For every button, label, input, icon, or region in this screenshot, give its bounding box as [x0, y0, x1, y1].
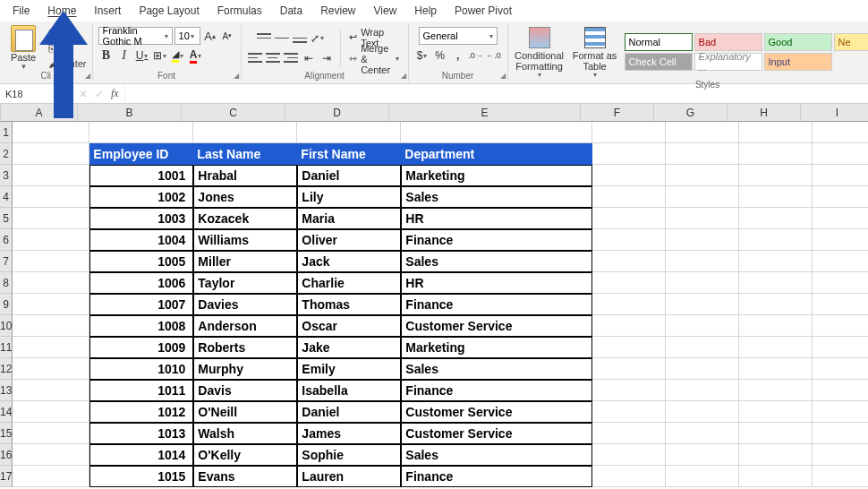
increase-font-button[interactable]: A▴: [202, 28, 217, 44]
cell[interactable]: [592, 423, 666, 444]
cell[interactable]: First Name: [297, 143, 401, 165]
cell[interactable]: Finance: [401, 294, 592, 315]
cell[interactable]: Emily: [297, 358, 401, 380]
cell[interactable]: [739, 401, 813, 423]
row-header[interactable]: 9: [0, 294, 13, 315]
cell[interactable]: [739, 186, 813, 208]
cell[interactable]: Charlie: [297, 272, 401, 294]
cell[interactable]: [739, 272, 813, 294]
cell[interactable]: [666, 466, 739, 487]
cell[interactable]: [592, 380, 666, 401]
dialog-launcher-icon[interactable]: ◢: [234, 72, 239, 80]
cell[interactable]: Evans: [193, 466, 297, 487]
cell[interactable]: 1015: [89, 466, 193, 487]
menu-home[interactable]: Home: [38, 0, 85, 21]
cell[interactable]: Customer Service: [401, 423, 592, 444]
cell[interactable]: Taylor: [193, 272, 297, 294]
cell[interactable]: [813, 143, 868, 165]
cell[interactable]: [813, 423, 868, 444]
cell[interactable]: [666, 423, 739, 444]
cell[interactable]: [592, 466, 666, 487]
row-header[interactable]: 8: [0, 272, 13, 294]
row-header[interactable]: 17: [0, 466, 13, 487]
cell[interactable]: Department: [401, 143, 592, 165]
cell[interactable]: Williams: [193, 229, 297, 251]
cell[interactable]: [13, 466, 89, 487]
cell[interactable]: [739, 315, 813, 337]
cell[interactable]: [592, 229, 666, 251]
font-size-combo[interactable]: 10▾: [174, 27, 200, 45]
row-header[interactable]: 11: [0, 337, 13, 358]
cell[interactable]: [666, 272, 739, 294]
cell[interactable]: [813, 337, 868, 358]
row-header[interactable]: 14: [0, 401, 13, 423]
cell[interactable]: [592, 358, 666, 380]
cell[interactable]: 1010: [89, 358, 193, 380]
cell[interactable]: 1012: [89, 401, 193, 423]
cut-button[interactable]: ✂: [48, 26, 87, 39]
row-header[interactable]: 16: [0, 444, 13, 466]
cell-area[interactable]: Employee IDLast NameFirst NameDepartment…: [13, 122, 868, 487]
cell[interactable]: [813, 380, 868, 401]
number-format-combo[interactable]: General▾: [419, 27, 498, 45]
cell[interactable]: [739, 122, 813, 143]
cell[interactable]: [13, 358, 89, 380]
cell[interactable]: [193, 122, 297, 143]
cell[interactable]: 1003: [89, 208, 193, 229]
row-header[interactable]: 5: [0, 208, 13, 229]
cell[interactable]: [592, 315, 666, 337]
cell[interactable]: Daniel: [297, 165, 401, 186]
cell[interactable]: [739, 466, 813, 487]
cell[interactable]: Customer Service: [401, 401, 592, 423]
dialog-launcher-icon[interactable]: ◢: [500, 72, 506, 80]
cell[interactable]: [13, 208, 89, 229]
cell[interactable]: Sales: [401, 186, 592, 208]
cell[interactable]: [813, 122, 868, 143]
cell[interactable]: [592, 294, 666, 315]
cell[interactable]: [739, 208, 813, 229]
cell[interactable]: [813, 401, 868, 423]
column-header[interactable]: E: [389, 104, 581, 121]
font-name-combo[interactable]: Franklin Gothic M▾: [98, 27, 173, 45]
cell[interactable]: [592, 401, 666, 423]
cell[interactable]: [592, 208, 666, 229]
cell[interactable]: HR: [401, 272, 592, 294]
cell-styles-gallery[interactable]: Normal Bad Good Ne Check Cell Explanator…: [625, 33, 868, 71]
italic-button[interactable]: I: [116, 47, 132, 64]
format-painter-button[interactable]: 🖌ainter: [48, 56, 87, 70]
row-header[interactable]: 12: [0, 358, 13, 380]
row-header[interactable]: 13: [0, 380, 13, 401]
column-header[interactable]: I: [801, 104, 868, 121]
cell[interactable]: Oscar: [297, 315, 401, 337]
row-header[interactable]: 4: [0, 186, 13, 208]
menu-insert[interactable]: Insert: [85, 0, 130, 21]
cell[interactable]: Hrabal: [193, 165, 297, 186]
menu-view[interactable]: View: [365, 0, 406, 21]
cell[interactable]: [666, 122, 739, 143]
cell[interactable]: Lauren: [297, 466, 401, 487]
increase-indent-button[interactable]: ⇥: [319, 50, 335, 66]
cell[interactable]: Jones: [193, 186, 297, 208]
cell[interactable]: Sophie: [297, 444, 401, 466]
cell[interactable]: Murphy: [193, 358, 297, 380]
menu-power-pivot[interactable]: Power Pivot: [446, 0, 521, 21]
cell[interactable]: [666, 165, 739, 186]
menu-help[interactable]: Help: [405, 0, 446, 21]
orientation-button[interactable]: ⤢▾: [310, 30, 326, 47]
cell[interactable]: [401, 122, 592, 143]
paste-button[interactable]: Paste ▼: [5, 25, 41, 71]
cell[interactable]: [739, 358, 813, 380]
cell[interactable]: [739, 380, 813, 401]
menu-file[interactable]: File: [4, 0, 38, 21]
cell[interactable]: Maria: [297, 208, 401, 229]
cell[interactable]: 1011: [89, 380, 193, 401]
align-left-button[interactable]: [247, 50, 263, 66]
cell[interactable]: [813, 208, 868, 229]
cell[interactable]: Thomas: [297, 294, 401, 315]
cell[interactable]: [813, 358, 868, 380]
cell[interactable]: Kozacek: [193, 208, 297, 229]
cell[interactable]: 1008: [89, 315, 193, 337]
style-bad[interactable]: Bad: [694, 33, 762, 51]
fill-color-button[interactable]: ◢▾: [170, 47, 186, 64]
cell[interactable]: Lily: [297, 186, 401, 208]
